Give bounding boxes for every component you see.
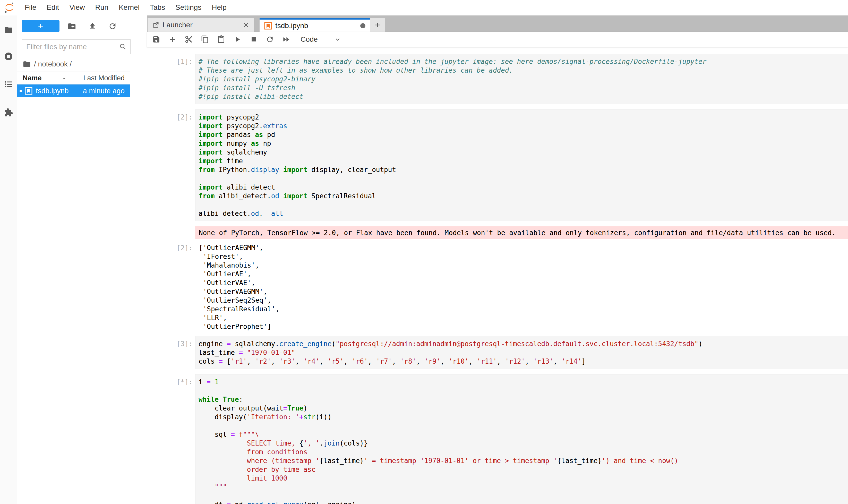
activity-bar [0,15,17,504]
output-line: 'OutlierProphet'] [199,322,848,331]
refresh-icon[interactable] [108,22,117,31]
table-of-contents-icon[interactable] [4,79,13,89]
upload-icon[interactable] [88,22,97,31]
file-name: tsdb.ipynb [36,87,69,95]
restart-kernel-button[interactable] [264,34,276,45]
code-line: while True: [199,395,848,404]
cell-type-value: Code [301,35,318,43]
filter-files-box [22,39,131,54]
paste-cells-button[interactable] [215,34,227,45]
menu-view[interactable]: View [69,3,85,12]
code-line [199,491,848,500]
code-line: SELECT time, {', '.join(cols)} [199,439,848,448]
output-line: 'OutlierVAEGMM', [199,287,848,296]
close-icon[interactable] [242,21,250,29]
notebook-file-icon [25,87,33,95]
code-line: from IPython.display import display, cle… [199,165,848,174]
plus-icon [374,21,381,29]
run-cell-button[interactable] [232,34,243,45]
output-line: 'OutlierSeq2Seq', [199,296,848,305]
code-line: order by time asc [199,465,848,474]
save-button[interactable] [150,34,162,45]
code-line [199,421,848,430]
output-line: ['OutlierAEGMM', [199,244,848,252]
column-name[interactable]: Name [23,74,42,82]
save-icon [152,35,160,43]
output-area: [2]:['OutlierAEGMM', 'IForest', 'Mahalan… [147,242,848,332]
output-line: 'IForest', [199,252,848,261]
folder-icon [23,60,31,68]
running-kernels-icon[interactable] [4,52,13,61]
tab-launcher[interactable]: Launcher [147,18,254,32]
breadcrumb-path: / notebook / [34,60,72,68]
code-line: df = pd.read_sql_query(sql, engine) [199,500,848,504]
menu-run[interactable]: Run [95,3,108,12]
unsaved-changes-icon [360,23,365,28]
cell-prompt: [2]: [147,109,195,221]
code-line: import numpy as np [199,139,848,148]
file-modified: a minute ago [83,87,125,95]
extension-manager-icon[interactable] [4,108,13,117]
tab-notebook[interactable]: tsdb.ipynb [259,18,370,32]
cut-cells-button[interactable] [183,34,195,45]
copy-cells-button[interactable] [199,34,211,45]
main-dock: Launcher tsdb.ipynb [147,15,848,504]
code-line: limit 1000 [199,474,848,483]
run-icon [233,35,241,43]
menu-edit[interactable]: Edit [47,3,59,12]
menu-bar: File Edit View Run Kernel Tabs Settings … [0,0,848,15]
code-line: sql = f"""\ [199,430,848,439]
output-lines: ['OutlierAEGMM', 'IForest', 'Mahalanobis… [195,242,848,332]
new-folder-icon[interactable] [68,22,76,31]
code-cell-editor[interactable]: # The following libraries have already b… [195,54,848,104]
output-line: 'Mahalanobis', [199,261,848,270]
code-line [199,200,848,209]
code-line: #!pip install psycopg2-binary [199,75,848,84]
code-line: from conditions [199,448,848,456]
cell-type-dropdown[interactable]: Code [301,35,341,43]
code-cell-editor[interactable]: engine = sqlalchemy.create_engine("postg… [195,336,848,369]
file-row-tsdb[interactable]: tsdb.ipynb a minute ago [17,85,130,97]
stderr-output-row: None of PyTorch, TensorFlow >= 2.0, or F… [147,227,848,239]
menu-file[interactable]: File [25,3,36,12]
jupyter-logo [4,2,14,13]
output-line: 'OutlierVAE', [199,278,848,287]
code-line: i = 1 [199,378,848,386]
menu-help[interactable]: Help [212,3,227,12]
code-line [199,386,848,395]
menu-kernel[interactable]: Kernel [119,3,140,12]
filter-files-input[interactable] [26,41,114,53]
code-cell-editor[interactable]: i = 1 while True: clear_output(wait=True… [195,374,848,504]
column-last-modified[interactable]: Last Modified [83,74,125,82]
code-line: display('Iteration: '+str(i)) [199,413,848,421]
launcher-icon [152,21,159,29]
code-line: import psycopg2 [199,113,848,122]
sort-ascending-icon [61,75,68,82]
code-cell-editor[interactable]: import psycopg2import psycopg2.extrasimp… [195,109,848,221]
code-line: """ [199,483,848,491]
code-line: from alibi_detect.od import SpectralResi… [199,192,848,200]
tab-launcher-label: Launcher [162,21,193,29]
output-line: 'SpectralResidual', [199,305,848,313]
menu-tabs[interactable]: Tabs [150,3,165,12]
code-line: #!pip install -U tsfresh [199,84,848,92]
new-launcher-button[interactable]: + [22,20,59,32]
stop-kernel-button[interactable] [248,34,259,45]
cell-prompt: [3]: [147,336,195,369]
chevron-down-icon [334,36,341,43]
cell-prompt: [*]: [147,374,195,504]
jupyterlab-window: File Edit View Run Kernel Tabs Settings … [0,0,848,504]
code-cell: [2]:import psycopg2import psycopg2.extra… [147,109,848,221]
menu-settings[interactable]: Settings [175,3,201,12]
breadcrumb[interactable]: / notebook / [23,60,72,68]
file-browser-icon[interactable] [4,25,13,35]
code-line: import sqlalchemy [199,148,848,157]
code-line: alibi_detect.od.__all__ [199,209,848,218]
restart-run-all-button[interactable] [280,34,292,45]
code-line: where (timestamp '{last_time}' = timesta… [199,456,848,465]
code-line: # The following libraries have already b… [199,57,848,66]
restart-icon [266,35,274,43]
add-cell-button[interactable] [167,34,178,45]
new-tab-button[interactable] [370,18,385,32]
scissors-icon [185,35,193,43]
